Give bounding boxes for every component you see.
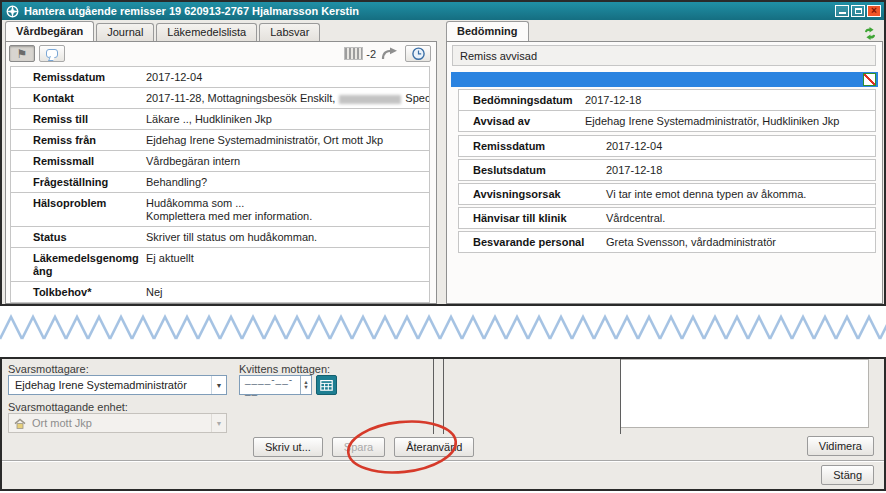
tab-lakemedelslista[interactable]: Läkemedelslista (156, 23, 257, 41)
row-value: 2017-12-04 (604, 136, 875, 156)
row-value: Läkare .., Hudkliniken Jkp (144, 109, 429, 129)
history-button[interactable] (405, 45, 431, 62)
assessment-header: Remiss avvisad (452, 45, 876, 66)
row-value: Greta Svensson, vårdadministratör (604, 232, 875, 252)
minimize-button[interactable] (835, 5, 849, 17)
clock-icon (411, 46, 426, 61)
enhet-label: Svarsmottagande enhet: (8, 401, 128, 413)
titlebar: Hantera utgående remisser 19 620913-2767… (2, 2, 884, 20)
comment-button[interactable] (39, 45, 65, 62)
kvittens-date-field[interactable]: ____-__-__ ▲ ▼ (239, 375, 312, 395)
table-row: Läkemedelsgenomgång Ej aktuellt (10, 247, 430, 282)
row-value: Hudåkomma som ... Komplettera med mer in… (144, 193, 429, 226)
right-tab-bar: Bedömning (446, 21, 531, 41)
row-value: Behandling? (144, 172, 429, 192)
calendar-icon (320, 379, 333, 391)
row-value: Ejdehag Irene Systemadministratör, Hudkl… (583, 111, 875, 131)
redacted-name (339, 95, 401, 104)
table-row: Avvisad av Ejdehag Irene Systemadministr… (458, 110, 876, 132)
svarsmottagare-dropdown[interactable]: Ejdehag Irene Systemadministratör ▼ (8, 375, 227, 395)
table-row: Hänvisar till klinik Vårdcentral. (458, 207, 876, 229)
forward-arrow-icon (381, 47, 398, 60)
print-button[interactable]: Skriv ut... (253, 437, 323, 457)
row-value: Ejdehag Irene Systemadministratör, Ort m… (144, 130, 429, 150)
action-button-row: Skriv ut... Spara Återanvänd (253, 437, 474, 457)
row-value: Ej aktuellt (144, 248, 429, 281)
spinner-down-icon: ▼ (301, 385, 311, 390)
table-row: Besvarande personal Greta Svensson, vård… (458, 231, 876, 253)
row-label: Avvisad av (459, 111, 583, 131)
selected-assessment-row[interactable] (451, 72, 878, 87)
table-row: Remiss till Läkare .., Hudkliniken Jkp (10, 108, 430, 130)
row-label: Avvisningsorsak (459, 184, 604, 204)
row-label: Remiss från (11, 130, 144, 150)
left-tab-bar: Vårdbegäran Journal Läkemedelslista Labs… (5, 21, 322, 41)
row-value: Nej (144, 282, 429, 302)
window-title: Hantera utgående remisser 19 620913-2767… (24, 5, 833, 17)
svarsmottagare-value: Ejdehag Irene Systemadministratör (9, 379, 211, 391)
chevron-down-icon: ▼ (211, 414, 226, 432)
assessment-table-bottom: Remissdatum 2017-12-04 Beslutsdatum 2017… (458, 135, 876, 253)
close-button[interactable]: × (867, 5, 881, 17)
save-button: Spara (332, 437, 385, 457)
window-top-section: Hantera utgående remisser 19 620913-2767… (0, 0, 886, 306)
speech-bubble-icon (46, 49, 58, 58)
split-divider-line (433, 359, 434, 434)
calendar-button[interactable] (316, 375, 337, 395)
window-controls: × (833, 5, 881, 17)
restore-button[interactable] (851, 5, 865, 17)
split-divider-line (443, 359, 444, 434)
row-label: Remiss till (11, 109, 144, 129)
svarsmottagare-label: Svarsmottagare: (8, 363, 89, 375)
row-value: Vårdbegäran intern (144, 151, 429, 171)
tab-vardbegaran[interactable]: Vårdbegäran (5, 21, 94, 41)
assessment-table-top: Bedömningsdatum 2017-12-18 Avvisad av Ej… (458, 89, 876, 132)
row-label: Bedömningsdatum (459, 90, 583, 110)
table-row: Tolkbehov* Nej (10, 281, 430, 303)
restore-icon (855, 8, 862, 14)
table-row: Kontakt 2017-11-28, Mottagningsbesök Ens… (10, 87, 430, 109)
chevron-down-icon: ▼ (211, 376, 226, 394)
row-label: Frågeställning (11, 172, 144, 192)
row-value: Skriver till status om hudåkomman. (144, 227, 429, 247)
row-value: 2017-12-18 (583, 90, 875, 110)
rejected-status-icon (863, 73, 876, 86)
sync-arrows-icon[interactable] (862, 27, 878, 40)
row-label: Remissdatum (11, 67, 144, 87)
row-value: Vi tar inte emot denna typen av åkomma. (604, 184, 875, 204)
row-label: Kontakt (11, 88, 144, 108)
row-label: Besvarande personal (459, 232, 604, 252)
house-icon (14, 418, 26, 429)
response-list-box[interactable] (621, 359, 869, 428)
left-toolbar: ⚑ -2 (6, 42, 436, 65)
minimize-icon (839, 12, 846, 14)
tab-bedomning[interactable]: Bedömning (446, 21, 529, 41)
row-label: Hälsoproblem (11, 193, 144, 226)
enhet-dropdown: Ort mott Jkp ▼ (8, 413, 227, 433)
date-spinner[interactable]: ▲ ▼ (300, 376, 311, 394)
vidimera-button[interactable]: Vidimera (807, 436, 874, 456)
kontakt-value: 2017-11-28, Mottagningsbesök Enskilt,Spe… (144, 88, 429, 108)
reuse-button[interactable]: Återanvänd (394, 437, 474, 457)
row-value: Vårdcentral. (604, 208, 875, 228)
columns-icon (344, 47, 363, 60)
table-row: Bedömningsdatum 2017-12-18 (458, 89, 876, 111)
row-label: Remissdatum (459, 136, 604, 156)
flag-button[interactable]: ⚑ (9, 45, 35, 62)
row-value: 2017-12-18 (604, 160, 875, 180)
tab-labsvar[interactable]: Labsvar (259, 23, 320, 41)
tab-journal[interactable]: Journal (96, 23, 154, 41)
table-row: Remissdatum 2017-12-04 (10, 66, 430, 88)
row-label: Status (11, 227, 144, 247)
table-row: Remiss från Ejdehag Irene Systemadminist… (10, 129, 430, 151)
row-label: Läkemedelsgenomgång (11, 248, 144, 281)
table-row: Frågeställning Behandling? (10, 171, 430, 193)
row-label: Tolkbehov* (11, 282, 144, 302)
table-row: Hälsoproblem Hudåkomma som ... Komplette… (10, 192, 430, 227)
close-dialog-button[interactable]: Stäng (821, 465, 874, 485)
column-counter: -2 (366, 48, 376, 60)
kontakt-prefix: 2017-11-28, Mottagningsbesök Enskilt, (146, 92, 335, 104)
table-row: Avvisningsorsak Vi tar inte emot denna t… (458, 183, 876, 205)
table-row: Status Skriver till status om hudåkomman… (10, 226, 430, 248)
screenshot-root: Hantera utgående remisser 19 620913-2767… (0, 0, 886, 493)
